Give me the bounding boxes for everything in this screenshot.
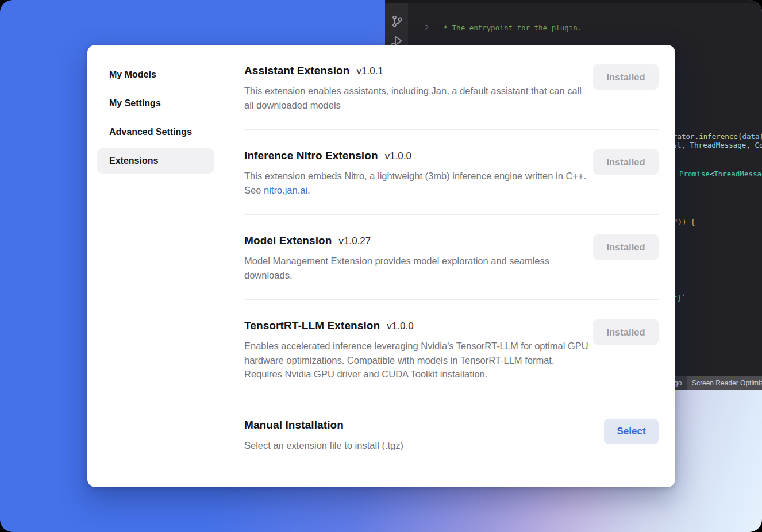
extension-row-inference-nitro: Inference Nitro Extension v1.0.0 This ex… [244, 130, 659, 215]
manual-installation-row: Manual Installation Select an extension … [244, 399, 659, 467]
screen-reader-mode-indicator[interactable]: Screen Reader Optimized [687, 376, 762, 390]
extension-version: v1.0.1 [357, 65, 383, 77]
extension-title: Inference Nitro Extension [244, 149, 378, 162]
code-text: * The entrypoint for the plugin. [439, 23, 582, 33]
extension-title: Model Extension [244, 234, 332, 247]
nitro-jan-ai-link[interactable]: nitro.jan.ai. [264, 185, 310, 195]
extension-title: TensortRT-LLM Extension [244, 319, 380, 332]
sidebar-item-my-settings[interactable]: My Settings [97, 91, 214, 116]
extension-info: Model Extension v1.0.27 Model Management… [244, 234, 589, 282]
sidebar-item-my-models[interactable]: My Models [97, 62, 214, 87]
extension-version: v1.0.0 [385, 151, 411, 162]
select-file-button[interactable]: Select [604, 419, 659, 444]
code-fragment: rator.inference(data)); [673, 132, 762, 141]
extension-row-tensorrt-llm: TensortRT-LLM Extension v1.0.0 Enables a… [244, 300, 659, 399]
installed-button[interactable]: Installed [593, 319, 659, 345]
extension-info: Manual Installation Select an extension … [244, 419, 589, 453]
status-bar-item[interactable]: go [674, 376, 682, 390]
app-window: 2 * The entrypoint for the plugin. 3 */ … [0, 0, 762, 532]
extension-version: v1.0.0 [387, 321, 413, 332]
manual-installation-title: Manual Installation [244, 419, 344, 431]
code-line: 2 * The entrypoint for the plugin. [408, 23, 762, 33]
extension-row-model: Model Extension v1.0.27 Model Management… [244, 215, 659, 300]
extension-description: Enables accelerated inference leveraging… [244, 339, 589, 381]
line-number: 2 [408, 23, 439, 33]
settings-dialog: My Models My Settings Advanced Settings … [87, 45, 675, 487]
extension-version: v1.0.27 [338, 236, 371, 247]
sidebar-item-extensions[interactable]: Extensions [97, 148, 214, 174]
extension-info: TensortRT-LLM Extension v1.0.0 Enables a… [244, 319, 589, 381]
source-control-icon[interactable] [390, 14, 405, 29]
editor-tab-strip [385, 0, 762, 3]
installed-button[interactable]: Installed [593, 149, 659, 175]
code-fragment: ")) { [674, 218, 695, 227]
extension-description: This extension enables assistants, inclu… [244, 84, 589, 112]
code-fragment: Promise<ThreadMessage> [679, 169, 762, 179]
extension-row-assistant: Assistant Extension v1.0.1 This extensio… [244, 45, 659, 130]
extensions-panel: Assistant Extension v1.0.1 This extensio… [224, 45, 675, 487]
settings-sidebar: My Models My Settings Advanced Settings … [87, 45, 224, 487]
extension-title: Assistant Extension [244, 64, 350, 77]
installed-button[interactable]: Installed [593, 234, 659, 260]
extension-description: This extension embeds Nitro, a lightweig… [244, 169, 589, 197]
extension-info: Assistant Extension v1.0.1 This extensio… [244, 64, 589, 112]
manual-installation-description: Select an extension file to install (.tg… [244, 438, 589, 453]
sidebar-item-advanced-settings[interactable]: Advanced Settings [97, 119, 214, 145]
extension-description: Model Management Extension provides mode… [244, 254, 589, 282]
extension-info: Inference Nitro Extension v1.0.0 This ex… [244, 149, 589, 197]
installed-button[interactable]: Installed [593, 64, 659, 90]
